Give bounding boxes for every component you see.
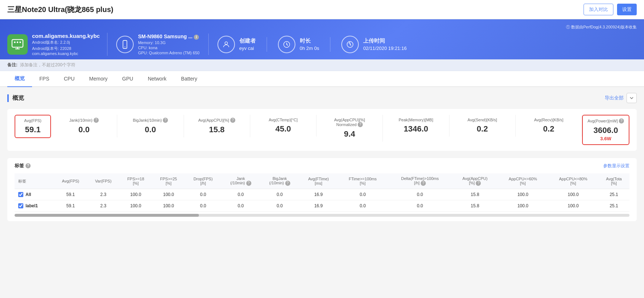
- stat-avg-ctemp: Avg(CTemp)[°C] 45.0: [250, 115, 317, 137]
- col-header-delta-ftime: Delta(FTime)>100ms[/h] ?: [388, 173, 452, 189]
- avg-power-info-icon[interactable]: ?: [619, 118, 624, 123]
- col-header-fps25: FPS>=25[%]: [152, 173, 185, 189]
- row-all-var-fps: 2.3: [87, 189, 119, 200]
- row-label1-appcpu80: 100.0: [548, 200, 598, 212]
- tab-overview[interactable]: 概览: [7, 71, 32, 87]
- row-label1-drop-fps: 0.0: [185, 200, 221, 212]
- upload-time-item: 上传时间 02/11/2020 19:21:16: [341, 36, 407, 53]
- row-all-label: All: [15, 189, 54, 200]
- creator-value: eyv cai: [239, 46, 256, 51]
- title-bar: 三星Note20 Ultra(骁龙865 plus) 加入对比 设置: [0, 0, 644, 19]
- tab-gpu[interactable]: GPU: [115, 71, 140, 87]
- stat-avg-send-value: 0.2: [453, 124, 512, 134]
- device-icon: [116, 36, 134, 53]
- row-label1-checkbox[interactable]: [18, 203, 23, 208]
- col-header-drop-fps: Drop(FPS)[/h]: [185, 173, 221, 189]
- export-all-link[interactable]: 导出全部: [605, 95, 624, 101]
- row-all-appcpu80: 100.0: [548, 189, 598, 200]
- row-label1-delta-ftime: 0.0: [388, 200, 452, 212]
- compare-button[interactable]: 加入对比: [584, 4, 613, 15]
- stat-avg-appcpu-normalized-label: Avg(AppCPU)[%] Normalized?: [320, 118, 379, 127]
- row-label1-avg-appcpu: 15.8: [452, 200, 498, 212]
- section-header: 概览 导出全部: [7, 93, 637, 103]
- app-info: com.aligames.kuang.kybc Android版本名: 2.2.…: [32, 33, 100, 56]
- header-info: ① 数据由PerfDog(4.3.200924)版本收集 com.aligame…: [0, 19, 644, 59]
- stat-big-jank: BigJank(/10min) ? 0.0: [117, 115, 184, 137]
- stat-avg-fps: Avg(FPS) 59.1: [15, 115, 51, 138]
- row-label1-fps25: 100.0: [152, 200, 185, 212]
- row-label1-label: label1: [15, 200, 54, 212]
- row-all-fps25: 100.0: [152, 189, 185, 200]
- row-all-avg-ftime: 16.9: [299, 189, 338, 200]
- svg-point-6: [225, 42, 227, 44]
- row-all-jank: 0.0: [221, 189, 260, 200]
- notes-label: 备注:: [7, 62, 17, 67]
- row-all-avg-appcpu: 15.8: [452, 189, 498, 200]
- stat-big-jank-label: BigJank(/10min) ?: [121, 118, 180, 123]
- tags-title: 标签 ?: [15, 162, 31, 169]
- col-header-big-jank: BigJank(/10min) ?: [260, 173, 299, 189]
- table-header-row: 标签 Avg(FPS) Var(FPS) FPS>=18[%] FPS>=25[…: [15, 173, 629, 189]
- device-info-icon[interactable]: i: [194, 35, 199, 40]
- row-all-fps18: 100.0: [119, 189, 152, 200]
- section-title: 概览: [7, 94, 24, 102]
- avg-app-cpu-info-icon[interactable]: ?: [230, 118, 235, 123]
- col-header-var-fps: Var(FPS): [87, 173, 119, 189]
- big-jank-info-icon[interactable]: ?: [163, 118, 168, 123]
- tags-info-icon[interactable]: ?: [25, 163, 31, 168]
- dropdown-button[interactable]: [627, 93, 637, 103]
- tab-network[interactable]: Network: [141, 71, 174, 87]
- upload-time-value: 02/11/2020 19:21:16: [363, 46, 407, 51]
- stat-avg-power-label: Avg(Power)[mW] ?: [586, 118, 625, 123]
- col-header-fps18: FPS>=18[%]: [119, 173, 152, 189]
- tab-cpu[interactable]: CPU: [56, 71, 82, 87]
- main-content: 概览 导出全部 Avg(FPS) 59.1 Jank(/10min) ? 0.0: [0, 87, 644, 227]
- row-all-checkbox[interactable]: [18, 192, 23, 197]
- duration-value: 0h 2m 0s: [300, 46, 319, 51]
- stat-avg-recv-value: 0.2: [519, 124, 578, 134]
- col-header-ftime100: FTime>=100ms[%]: [338, 173, 388, 189]
- row-all-delta-ftime: 0.0: [388, 189, 452, 200]
- tab-battery[interactable]: Battery: [174, 71, 204, 87]
- svg-point-1: [14, 41, 16, 43]
- meta-divider-2: [330, 37, 330, 52]
- app-icon: [7, 34, 28, 55]
- section-actions: 导出全部: [605, 93, 637, 103]
- params-link[interactable]: 参数显示设置: [603, 163, 629, 169]
- scrollbar-thumb[interactable]: [15, 214, 199, 217]
- upload-time-label: 上传时间: [363, 38, 407, 44]
- tab-fps[interactable]: FPS: [32, 71, 56, 87]
- duration-label: 时长: [300, 38, 319, 44]
- settings-button[interactable]: 设置: [617, 4, 637, 15]
- col-header-appcpu80: AppCPU<=80%[%]: [548, 173, 598, 189]
- stat-avg-fps-label: Avg(FPS): [19, 118, 47, 123]
- normalized-info-icon[interactable]: ?: [358, 122, 363, 127]
- stat-avg-power-sub: 3.6W: [586, 136, 625, 141]
- table-row: label1 59.1 2.3 100.0 100.0 0.0 0.0 0.0 …: [15, 200, 629, 212]
- stat-jank-label: Jank(/10min) ?: [55, 118, 113, 123]
- row-label1-jank: 0.0: [221, 200, 260, 212]
- row-label1-big-jank: 0.0: [260, 200, 299, 212]
- creator-icon: [217, 36, 235, 53]
- notes-placeholder: 添加备注，不超过200个字符: [20, 62, 75, 67]
- tab-memory[interactable]: Memory: [82, 71, 115, 87]
- row-all-ftime100: 0.0: [338, 189, 388, 200]
- table-row: All 59.1 2.3 100.0 100.0 0.0 0.0 0.0 16.…: [15, 189, 629, 200]
- upload-time-icon: [341, 36, 359, 53]
- horizontal-scrollbar[interactable]: [15, 214, 629, 217]
- tags-header: 标签 ? 参数显示设置: [15, 162, 629, 169]
- stat-avg-power-value: 3606.0: [586, 126, 625, 135]
- data-table: 标签 Avg(FPS) Var(FPS) FPS>=18[%] FPS>=25[…: [15, 173, 629, 212]
- stat-big-jank-value: 0.0: [121, 125, 180, 134]
- jank-info-icon[interactable]: ?: [94, 118, 99, 123]
- row-label1-avg-tota: 25.1: [598, 200, 629, 212]
- col-header-appcpu60: AppCPU<=60%[%]: [498, 173, 548, 189]
- duration-item: 时长 0h 2m 0s: [278, 36, 319, 53]
- row-label1-ftime100: 0.0: [338, 200, 388, 212]
- meta-divider-1: [267, 37, 267, 52]
- data-source-label: ① 数据由PerfDog(4.3.200924)版本收集: [7, 24, 637, 30]
- stat-peak-memory-value: 1346.0: [386, 124, 445, 134]
- col-header-avg-ftime: Avg(FTime)[ms]: [299, 173, 338, 189]
- tags-section: 标签 ? 参数显示设置 标签 Avg(FPS) Var(FPS) FPS>=18…: [7, 158, 637, 221]
- row-all-big-jank: 0.0: [260, 189, 299, 200]
